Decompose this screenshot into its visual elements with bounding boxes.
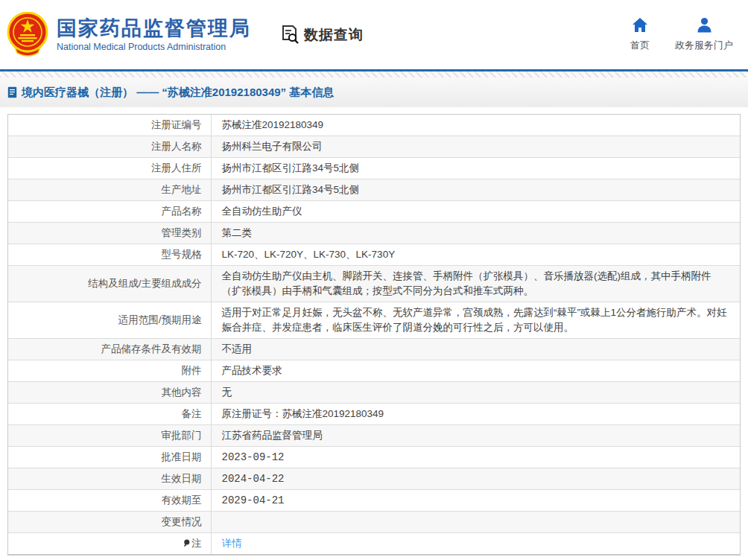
data-query-button[interactable]: 数据查询 (281, 25, 364, 45)
row-value: 扬州市江都区引江路34号5北侧 (211, 179, 740, 201)
row-value (211, 512, 740, 533)
nav-label-portal: 政务服务门户 (675, 39, 733, 52)
note-label: 注 (191, 538, 202, 549)
nav-item-home[interactable]: 首页 (630, 17, 650, 52)
table-row: 注册人名称 扬州科兰电子有限公司 (8, 136, 740, 158)
brand-block[interactable]: 国家药品监督管理局 National Medical Products Admi… (57, 17, 251, 52)
row-value: 苏械注准20192180349 (211, 115, 740, 136)
row-value: 全自动仿生助产仪由主机、脚踏开关、连接管、手柄附件（扩张模具）、音乐播放器(选配… (211, 266, 740, 302)
table-row: 产品储存条件及有效期 不适用 (8, 339, 740, 360)
org-title-en: National Medical Products Administration (57, 42, 251, 52)
info-table-wrap: 注册证编号 苏械注准20192180349 注册人名称 扬州科兰电子有限公司 注… (7, 114, 741, 556)
row-value: 2024-04-22 (211, 468, 740, 490)
data-query-label: 数据查询 (304, 25, 364, 45)
table-row: 注册人住所 扬州市江都区引江路34号5北侧 (8, 158, 740, 179)
table-row: 变更情况 (8, 512, 740, 533)
breadcrumb: 境内医疗器械（注册） —— “苏械注准20192180349” 基本信息 (22, 86, 334, 100)
row-label: 生产地址 (8, 179, 211, 201)
table-row: 管理类别 第二类 (8, 223, 740, 244)
table-row: 审批部门 江苏省药品监督管理局 (8, 425, 740, 447)
breadcrumb-bar: 境内医疗器械（注册） —— “苏械注准20192180349” 基本信息 (0, 77, 748, 107)
row-label: 注 (8, 533, 211, 555)
row-value: LK-720、LK-720Y、LK-730、LK-730Y (211, 244, 740, 266)
row-value: 产品技术要求 (211, 360, 740, 382)
hatched-strip (0, 71, 748, 77)
table-row: 结构及组成/主要组成成分 全自动仿生助产仪由主机、脚踏开关、连接管、手柄附件（扩… (8, 266, 740, 302)
nav-item-portal[interactable]: 政务服务门户 (675, 17, 733, 52)
row-label: 备注 (8, 404, 211, 425)
table-row: 有效期至 2029-04-21 (8, 490, 740, 512)
document-search-icon (281, 25, 300, 45)
row-label: 批准日期 (8, 447, 211, 468)
table-row: 生产地址 扬州市江都区引江路34号5北侧 (8, 179, 740, 201)
row-value: 江苏省药品监督管理局 (211, 425, 740, 447)
row-label: 其他内容 (8, 382, 211, 404)
row-label: 注册人名称 (8, 136, 211, 158)
site-header: 国家药品监督管理局 National Medical Products Admi… (0, 0, 748, 69)
row-label: 注册人住所 (8, 158, 211, 179)
row-label: 变更情况 (8, 512, 211, 533)
table-row: 注册证编号 苏械注准20192180349 (8, 115, 740, 136)
home-icon (632, 17, 648, 33)
row-label: 有效期至 (8, 490, 211, 512)
bulb-icon (183, 539, 190, 547)
table-row: 产品名称 全自动仿生助产仪 (8, 201, 740, 223)
row-label: 审批部门 (8, 425, 211, 447)
nav-label-home: 首页 (630, 39, 650, 52)
table-row: 注 详情 (8, 533, 740, 555)
table-row: 其他内容 无 (8, 382, 740, 404)
details-link[interactable]: 详情 (222, 538, 242, 549)
row-label: 管理类别 (8, 223, 211, 244)
row-label: 结构及组成/主要组成成分 (8, 266, 211, 302)
person-icon (697, 17, 712, 33)
table-row: 备注 原注册证号：苏械注准20192180349 (8, 404, 740, 425)
row-label: 适用范围/预期用途 (8, 302, 211, 339)
row-value: 2029-04-21 (211, 490, 740, 512)
table-row: 生效日期 2024-04-22 (8, 468, 740, 490)
table-row: 批准日期 2023-09-12 (8, 447, 740, 468)
row-label: 型号规格 (8, 244, 211, 266)
row-value: 第二类 (211, 223, 740, 244)
row-label: 产品储存条件及有效期 (8, 339, 211, 360)
row-value: 无 (211, 382, 740, 404)
row-value: 扬州市江都区引江路34号5北侧 (211, 158, 740, 179)
row-value: 扬州科兰电子有限公司 (211, 136, 740, 158)
table-row: 附件 产品技术要求 (8, 360, 740, 382)
table-row: 型号规格 LK-720、LK-720Y、LK-730、LK-730Y (8, 244, 740, 266)
row-value: 全自动仿生助产仪 (211, 201, 740, 223)
row-label: 产品名称 (8, 201, 211, 223)
row-label: 生效日期 (8, 468, 211, 490)
row-value: 不适用 (211, 339, 740, 360)
national-emblem-icon (6, 12, 49, 58)
row-value: 详情 (211, 533, 740, 555)
row-value: 适用于对正常足月妊娠，无头盆不称、无软产道异常，宫颈成熟，先露达到“棘平”或棘上… (211, 302, 740, 339)
row-value: 原注册证号：苏械注准20192180349 (211, 404, 740, 425)
row-value: 2023-09-12 (211, 447, 740, 468)
org-title-cn: 国家药品监督管理局 (57, 17, 251, 39)
row-label: 附件 (8, 360, 211, 382)
table-row: 适用范围/预期用途 适用于对正常足月妊娠，无头盆不称、无软产道异常，宫颈成熟，先… (8, 302, 740, 339)
info-table: 注册证编号 苏械注准20192180349 注册人名称 扬州科兰电子有限公司 注… (8, 115, 740, 554)
row-label: 注册证编号 (8, 115, 211, 136)
top-nav: 首页 政务服务门户 (630, 17, 738, 52)
document-icon (7, 86, 17, 98)
